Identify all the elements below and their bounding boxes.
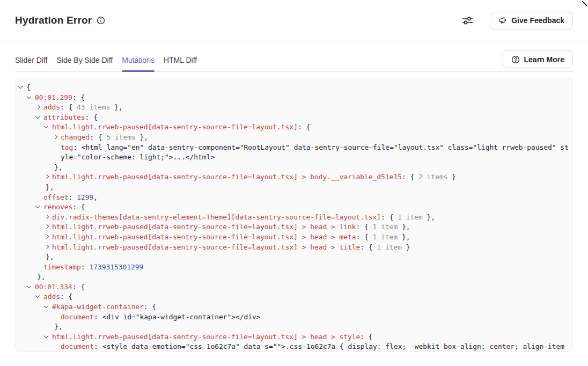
- tabs-list: Slider DiffSide By Side DiffMutationsHTM…: [15, 50, 197, 71]
- chevron-down-icon[interactable]: [27, 93, 35, 103]
- tree-key: offset: [43, 193, 69, 201]
- page-title: Hydration Error: [15, 14, 92, 26]
- chevron-right-icon[interactable]: [53, 133, 61, 143]
- tree-plain: : {: [144, 303, 156, 311]
- tree-key: attributes: [43, 113, 85, 121]
- tree-key: tag: [61, 143, 73, 151]
- replay-settings-button[interactable]: [461, 16, 474, 26]
- tree-num: 1299: [77, 193, 93, 201]
- tree-plain: : {: [360, 333, 372, 341]
- chevron-right-icon[interactable]: [36, 103, 43, 113]
- tree-plain: },: [423, 213, 435, 221]
- give-feedback-button[interactable]: Give Feedback: [490, 12, 573, 30]
- tree-row: html.light.rrweb-paused[data-sentry-sour…: [19, 122, 569, 133]
- tree-plain: : {: [60, 292, 72, 301]
- tree-row: adds: { 43 items },: [19, 103, 569, 113]
- tree-value: <style data-emotion="css 1o62c7a" data-s…: [102, 342, 564, 350]
- tree-plain: },: [46, 183, 54, 191]
- megaphone-icon: [498, 16, 507, 25]
- tree-plain: : {: [72, 203, 85, 211]
- tree-key: document: [61, 342, 94, 350]
- tree-plain: : {: [72, 93, 85, 101]
- tree-key: adds: [43, 103, 60, 111]
- tree-row: html.light.rrweb-paused[data-sentry-sour…: [19, 332, 569, 342]
- tree-plain: : {: [381, 213, 398, 221]
- tree-muted: 1 item: [398, 213, 423, 221]
- tab-html-diff[interactable]: HTML Diff: [164, 50, 197, 71]
- tree-plain: },: [398, 223, 410, 231]
- tree-plain: }: [402, 243, 410, 251]
- chevron-down-icon[interactable]: [45, 332, 52, 342]
- tree-closer-row: },: [19, 272, 569, 282]
- tree-plain: :: [73, 143, 82, 151]
- tree-key: html.light.rrweb-paused[data-sentry-sour…: [52, 123, 298, 131]
- tab-side-by-side-diff[interactable]: Side By Side Diff: [56, 50, 113, 71]
- tree-key: timestamp: [43, 263, 81, 271]
- tree-value: <html lang="en" data-sentry-component="R…: [61, 143, 569, 162]
- tree-value: <div id="kapa-widget-container"></div>: [102, 313, 261, 321]
- tab-mutations[interactable]: Mutations: [122, 50, 155, 71]
- tree-key: html.light.rrweb-paused[data-sentry-sour…: [52, 243, 360, 251]
- chevron-down-icon[interactable]: [36, 292, 43, 302]
- tree-key: html.light.rrweb-paused[data-sentry-sour…: [52, 233, 356, 241]
- tree-row: {: [19, 83, 569, 93]
- chevron-down-icon[interactable]: [19, 83, 26, 93]
- tree-row: html.light.rrweb-paused[data-sentry-sour…: [19, 243, 569, 253]
- chevron-down-icon[interactable]: [45, 302, 52, 312]
- tree-plain: : {: [402, 173, 418, 181]
- tree-closer-row: },: [19, 163, 569, 173]
- tree-plain: },: [46, 253, 54, 261]
- tree-key: 00:01.299: [35, 93, 72, 101]
- tree-plain: : {: [72, 283, 85, 291]
- tree-plain: },: [54, 163, 63, 171]
- tree-plain: : {: [60, 103, 77, 111]
- tree-row: #kapa-widget-container: {: [19, 302, 569, 312]
- chevron-right-icon[interactable]: [45, 243, 52, 253]
- tree-row: html.light.rrweb-paused[data-sentry-sour…: [19, 232, 569, 243]
- tree-key: div.radix-themes[data-sentry-element=The…: [52, 213, 381, 221]
- tree-muted: 1 item: [373, 233, 398, 241]
- chevron-down-icon[interactable]: [45, 122, 52, 133]
- tree-plain: : {: [85, 113, 98, 121]
- tree-row: document: <style data-emotion="css 1o62c…: [19, 342, 569, 352]
- tree-plain: : {: [356, 233, 373, 241]
- tree-closer-row: },: [19, 182, 569, 193]
- give-feedback-label: Give Feedback: [511, 16, 564, 25]
- learn-more-button[interactable]: Learn More: [503, 50, 573, 68]
- tree-plain: : {: [298, 123, 310, 131]
- diff-tabs-bar: Slider DiffSide By Side DiffMutationsHTM…: [15, 41, 573, 72]
- chevron-down-icon[interactable]: [36, 202, 43, 213]
- tree-row: timestamp: 1739315301299: [19, 262, 569, 273]
- tree-row: tag: <html lang="en" data-sentry-compone…: [19, 143, 569, 163]
- tree-row: offset: 1299,: [19, 193, 569, 203]
- tree-plain: },: [110, 103, 122, 111]
- tree-row: html.light.rrweb-paused[data-sentry-sour…: [19, 222, 569, 232]
- page-header: Hydration Error: [0, 0, 588, 41]
- tree-plain: }: [447, 173, 456, 181]
- tab-slider-diff[interactable]: Slider Diff: [15, 50, 47, 71]
- chevron-right-icon[interactable]: [45, 232, 52, 243]
- tree-muted: 5 items: [106, 133, 135, 141]
- tree-muted: 2 items: [418, 173, 447, 181]
- chevron-right-icon[interactable]: [45, 222, 52, 232]
- chevron-right-icon[interactable]: [45, 172, 52, 182]
- tree-muted: 43 items: [77, 103, 110, 111]
- tree-row: html.light.rrweb-paused[data-sentry-sour…: [19, 172, 569, 182]
- tree-row: changed: { 5 items },: [19, 133, 569, 143]
- question-circle-icon: [511, 55, 520, 64]
- chevron-down-icon[interactable]: [36, 113, 43, 123]
- tree-num: 1739315301299: [89, 263, 143, 271]
- chevron-down-icon[interactable]: [27, 282, 35, 292]
- tree-row: removes: {: [19, 202, 569, 213]
- chevron-right-icon[interactable]: [45, 213, 52, 223]
- tree-key: html.light.rrweb-paused[data-sentry-sour…: [52, 333, 360, 341]
- tree-plain: :: [94, 313, 102, 321]
- tree-plain: : {: [90, 133, 106, 141]
- mutations-tree: {00:01.299: {adds: { 43 items },attribut…: [15, 78, 573, 352]
- info-icon[interactable]: [97, 16, 105, 25]
- tree-key: #kapa-widget-container: [52, 303, 144, 311]
- tree-plain: :: [81, 263, 90, 271]
- tree-row: div.radix-themes[data-sentry-element=The…: [19, 213, 569, 223]
- tree-key: changed: [61, 133, 90, 141]
- sliders-icon: [461, 16, 474, 26]
